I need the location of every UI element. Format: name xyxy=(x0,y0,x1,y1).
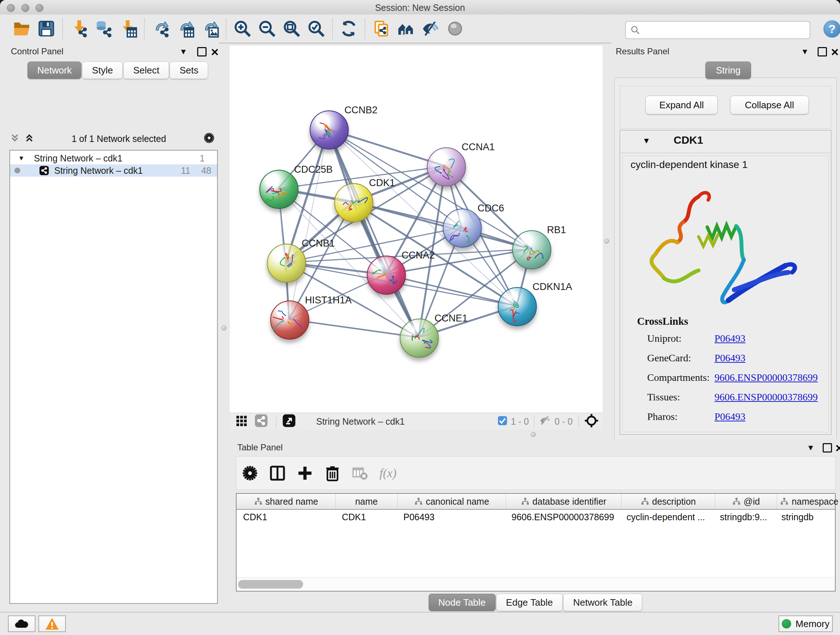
tab-node-table[interactable]: Node Table xyxy=(429,594,496,611)
zoom-in-button[interactable] xyxy=(232,18,253,39)
collapse-all-button[interactable]: Collapse All xyxy=(730,96,809,114)
expand-all-tree-icon[interactable] xyxy=(24,133,35,145)
column-header-name[interactable]: name xyxy=(336,494,398,509)
zoom-selected-button[interactable] xyxy=(306,18,327,39)
open-folder-button[interactable] xyxy=(11,18,32,39)
export-image-button[interactable] xyxy=(199,18,220,39)
import-table-button[interactable] xyxy=(118,18,139,39)
search-input[interactable] xyxy=(643,22,807,37)
network-node-cdk1[interactable] xyxy=(334,183,373,222)
network-node-ccna2[interactable] xyxy=(367,256,406,295)
zoom-fit-button[interactable] xyxy=(281,18,302,39)
results-panel-close-icon[interactable]: ✕ xyxy=(831,46,839,58)
table-panel-close-icon[interactable]: ✕ xyxy=(835,442,840,454)
scrollbar-thumb[interactable] xyxy=(238,580,303,589)
table-columns-button[interactable] xyxy=(268,464,287,483)
table-horizontal-scrollbar[interactable] xyxy=(237,578,835,591)
network-node-ccnb2[interactable] xyxy=(309,111,349,149)
cell-name[interactable]: CDK1 xyxy=(335,510,397,524)
cell-canonical-name[interactable]: P06493 xyxy=(397,510,505,524)
control-panel-maximize-icon[interactable] xyxy=(197,47,207,58)
network-node-cdc6[interactable] xyxy=(443,209,482,248)
network-node-ccna1[interactable] xyxy=(427,147,466,187)
cell-namespace[interactable]: stringdb xyxy=(775,510,839,524)
right-splitter-handle[interactable] xyxy=(604,239,609,244)
document-share-button[interactable] xyxy=(371,18,392,39)
help-button[interactable]: ? xyxy=(823,20,840,38)
tree-collapse-icon[interactable]: ▼ xyxy=(18,155,25,162)
toolbar-separator xyxy=(226,19,226,39)
function-builder-button[interactable]: f(x) xyxy=(379,466,396,480)
network-node-ccne1[interactable] xyxy=(400,318,439,358)
crosslink-value-link[interactable]: P06493 xyxy=(714,333,745,344)
cell-description[interactable]: cyclin-dependent ... xyxy=(620,510,714,524)
column-header-namespace[interactable]: namespace xyxy=(777,494,840,509)
table-plus-button[interactable] xyxy=(295,464,314,483)
control-panel-float-icon[interactable]: ▼ xyxy=(180,48,187,56)
tab-style[interactable]: Style xyxy=(82,62,123,79)
hidden-eye-icon[interactable] xyxy=(538,414,552,429)
results-panel-maximize-icon[interactable] xyxy=(818,47,827,58)
refresh-button[interactable] xyxy=(338,18,359,39)
export-network-button[interactable] xyxy=(150,18,171,39)
tab-network-table[interactable]: Network Table xyxy=(563,594,642,611)
column-header-canonical-name[interactable]: canonical name xyxy=(398,494,506,509)
open-in-browser-icon[interactable] xyxy=(282,414,296,429)
node-label-rb1: RB1 xyxy=(547,225,566,236)
tab-select[interactable]: Select xyxy=(123,62,169,79)
bottom-splitter-handle[interactable] xyxy=(531,432,536,437)
tab-string[interactable]: String xyxy=(706,62,751,79)
cloud-status-button[interactable] xyxy=(8,616,35,632)
string-network-badge-icon[interactable] xyxy=(254,414,268,429)
crosslink-value-link[interactable]: 9606.ENSP00000378699 xyxy=(714,391,818,403)
network-node-ccnb1[interactable] xyxy=(267,244,306,283)
export-table-button[interactable] xyxy=(175,18,196,39)
grid-view-icon[interactable] xyxy=(235,414,248,429)
table-panel-float-icon[interactable]: ▼ xyxy=(807,444,815,452)
crosslink-value-link[interactable]: P06493 xyxy=(714,352,745,364)
tree-root-row[interactable]: ▼ String Network – cdk1 1 xyxy=(10,152,217,165)
table-gear-button[interactable] xyxy=(240,464,259,483)
zoom-out-button[interactable] xyxy=(256,18,278,39)
table-trash-button[interactable] xyxy=(323,464,342,483)
protein-card-header[interactable]: ▼ CDK1 xyxy=(620,130,831,153)
import-network-button[interactable] xyxy=(68,18,89,39)
cell-shared-name[interactable]: CDK1 xyxy=(237,510,335,524)
save-file-button[interactable] xyxy=(36,18,57,39)
preview-sphere-button[interactable] xyxy=(445,18,466,39)
crosslink-value-link[interactable]: P06493 xyxy=(714,411,745,423)
collapse-card-icon[interactable]: ▼ xyxy=(643,136,651,146)
control-panel-close-icon[interactable]: ✕ xyxy=(210,46,219,58)
cell-database-identifier[interactable]: 9606.ENSP00000378699 xyxy=(505,510,620,524)
tree-network-row[interactable]: String Network – cdk1 11 48 xyxy=(10,165,217,177)
crosslink-value-link[interactable]: 9606.ENSP00000378699 xyxy=(714,372,818,383)
network-options-gear-icon[interactable] xyxy=(203,132,215,146)
column-header--id[interactable]: @id xyxy=(715,494,777,509)
birds-eye-crosshair-icon[interactable] xyxy=(584,413,599,430)
hide-unhide-button[interactable] xyxy=(420,18,441,39)
tab-network[interactable]: Network xyxy=(27,62,81,79)
left-splitter-handle[interactable] xyxy=(221,325,226,331)
home-pair-button[interactable] xyxy=(395,18,416,39)
column-header-description[interactable]: description xyxy=(622,494,715,509)
table-row[interactable]: CDK1CDK1P064939606.ENSP00000378699cyclin… xyxy=(237,510,835,524)
tab-sets[interactable]: Sets xyxy=(170,62,208,79)
memory-button[interactable]: Memory xyxy=(778,616,833,632)
table-panel-maximize-icon[interactable] xyxy=(823,443,832,454)
selected-checkbox-icon[interactable] xyxy=(497,415,508,428)
network-node-cdc25b[interactable] xyxy=(259,170,298,209)
import-database-button[interactable] xyxy=(93,18,114,39)
expand-all-button[interactable]: Expand All xyxy=(645,96,718,114)
network-node-rb1[interactable] xyxy=(512,230,551,269)
network-node-hist1h1a[interactable] xyxy=(270,301,309,340)
collapse-all-tree-icon[interactable] xyxy=(9,133,20,145)
network-node-cdkn1a[interactable] xyxy=(498,287,537,326)
cell--id[interactable]: stringdb:9... xyxy=(714,510,775,524)
tab-edge-table[interactable]: Edge Table xyxy=(496,594,563,611)
table-delete-table-button[interactable] xyxy=(351,464,369,483)
column-header-shared-name[interactable]: shared name xyxy=(237,494,336,509)
column-header-database-identifier[interactable]: database identifier xyxy=(506,494,622,509)
warning-status-button[interactable] xyxy=(38,616,66,632)
results-panel-float-icon[interactable]: ▼ xyxy=(801,48,809,56)
network-canvas[interactable]: CCNB2CCNA1CDC25BCDK1CDC6RB1CCNB1CCNA2CDK… xyxy=(230,46,603,413)
